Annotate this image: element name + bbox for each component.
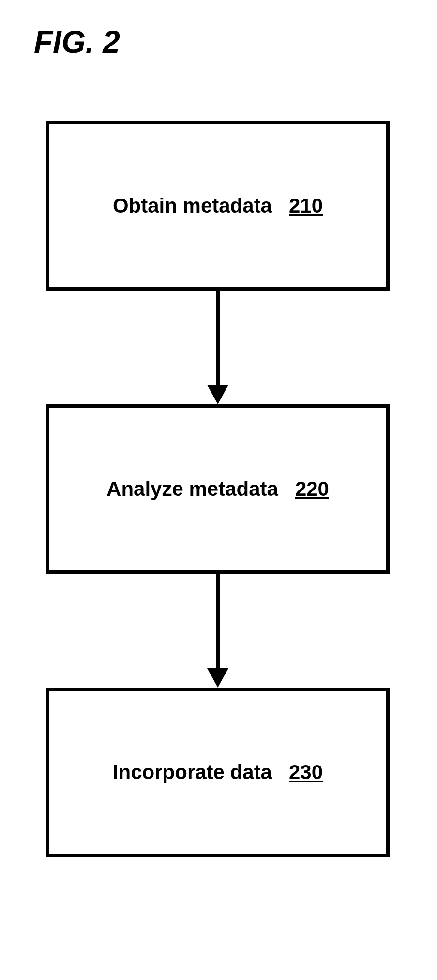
flow-box-analyze: Analyze metadata 220 <box>46 404 390 574</box>
arrow-2-head <box>207 668 228 688</box>
box-label-2: Analyze metadata 220 <box>106 477 329 501</box>
box-label-1: Obtain metadata 210 <box>113 194 323 217</box>
arrow-1-head <box>207 385 228 404</box>
box-num-3: 230 <box>289 761 323 783</box>
arrow-1-line <box>216 291 220 385</box>
box-text-2: Analyze metadata <box>106 477 278 500</box>
flow-box-incorporate: Incorporate data 230 <box>46 688 390 857</box>
box-text-1: Obtain metadata <box>113 194 272 217</box>
box-text-3: Incorporate data <box>113 761 272 783</box>
box-num-2: 220 <box>295 477 329 500</box>
box-label-3: Incorporate data 230 <box>113 761 323 784</box>
box-num-1: 210 <box>289 194 323 217</box>
flow-box-obtain: Obtain metadata 210 <box>46 121 390 291</box>
arrow-2-line <box>216 574 220 668</box>
figure-title: FIG. 2 <box>34 24 120 60</box>
